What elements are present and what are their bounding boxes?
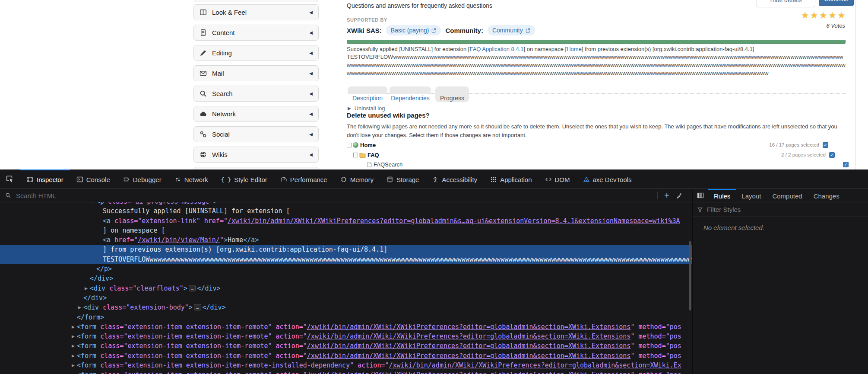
html-tree-line[interactable]: </div> (0, 274, 692, 283)
sidebar-item-network[interactable]: Network ◀ (193, 106, 319, 122)
devtools-tab-accessibility[interactable]: Accessibility (425, 169, 484, 189)
tab-dependencies[interactable]: Dependencies (390, 86, 431, 102)
code-token-link[interactable]: /xwiki/bin/admin/XWiki/XWikiPreferences?… (307, 332, 631, 340)
devtools-tab-dom[interactable]: DOM (539, 169, 577, 189)
eyedropper-button[interactable] (676, 192, 683, 199)
star-icon[interactable]: ★ (829, 11, 836, 20)
expand-arrow-icon[interactable]: ▶ (72, 322, 75, 332)
devtools-tab-inspector[interactable]: Inspector (20, 169, 70, 189)
star-rating[interactable]: ★★★★★ (801, 11, 845, 20)
devtools-tab-network[interactable]: Network (168, 169, 215, 189)
html-tree-line[interactable]: Successfully applied [UNINSTALL] for ext… (0, 206, 692, 216)
tab-cap (390, 86, 431, 94)
sidebar-item-look-feel[interactable]: Look & Feel ◀ (193, 4, 319, 20)
devtools-tab-console[interactable]: Console (70, 169, 117, 189)
sidebar-toggle-button[interactable] (693, 189, 708, 202)
code-token-link[interactable]: /xwiki/bin/view/Main/ (138, 236, 220, 244)
devtools-tab-memory[interactable]: Memory (334, 169, 380, 189)
page-checkbox[interactable]: ✓ (829, 152, 835, 158)
tab-cap (348, 86, 387, 94)
sidebar-tab-computed[interactable]: Computed (767, 189, 808, 202)
star-icon[interactable]: ★ (838, 11, 845, 20)
search-html-input[interactable] (15, 192, 653, 200)
html-tree-line[interactable]: <a class="extension-link" href="/xwiki/b… (0, 216, 692, 226)
continue-button[interactable]: Continue (819, 0, 854, 6)
job-progress-bar (347, 40, 846, 44)
uninstall-log-toggle[interactable]: ▶ Uninstall log (348, 105, 385, 112)
sidebar-tab-changes[interactable]: Changes (808, 189, 845, 202)
html-tree-line[interactable]: </form> (0, 313, 692, 322)
sidebar-tab-layout[interactable]: Layout (736, 189, 767, 202)
sidebar-item-social[interactable]: Social ◀ (193, 126, 319, 142)
html-tree-line[interactable]: TESTOVERFLOWwwwwwwwwwwwwwwwwwwwwwwwwwwww… (0, 255, 692, 264)
expand-arrow-icon[interactable]: ▶ (72, 361, 75, 370)
sidebar-item-partial-top[interactable] (193, 0, 319, 2)
expand-arrow-icon[interactable]: ▶ (72, 341, 75, 351)
code-token-link[interactable]: /xwiki/bin/admin/XWiki/XWikiPreferences?… (307, 342, 631, 350)
html-tree-line[interactable]: ] on namespace [ (0, 226, 692, 235)
html-tree-line[interactable]: ] from previous extension(s) [org.xwiki.… (0, 245, 692, 254)
page-checkbox[interactable]: ✓ (843, 162, 849, 167)
pick-element-button[interactable] (0, 169, 20, 189)
code-token-link[interactable]: /xwiki/bin/admin/XWiki/XWikiPreferences?… (307, 371, 631, 374)
inline-expander-icon[interactable]: … (189, 285, 196, 291)
code-token-tag: > (184, 284, 187, 292)
sidebar-item-search[interactable]: Search ◀ (193, 86, 319, 102)
expand-arrow-icon[interactable]: ▼ (91, 202, 95, 206)
star-icon[interactable]: ★ (820, 11, 827, 20)
html-tree-line[interactable]: ▶<form class="extension-item extension-i… (0, 322, 692, 332)
expand-arrow-icon[interactable]: ▶ (72, 332, 75, 341)
sidebar-item-editing[interactable]: Editing ◀ (193, 45, 319, 61)
collapse-minus-icon[interactable]: − (353, 153, 358, 157)
expand-arrow-icon[interactable]: ▶ (78, 303, 81, 312)
html-tree-line[interactable]: ▼<p class="ui-progress-message"> (0, 202, 692, 206)
chevron-left-icon: ◀ (309, 10, 313, 15)
hide-details-button[interactable]: Hide details (757, 0, 815, 7)
page-checkbox[interactable]: ✓ (823, 142, 828, 148)
filter-styles-placeholder: Filter Styles (707, 206, 741, 213)
html-tree-line[interactable]: </div> (0, 293, 692, 303)
inline-expander-icon[interactable]: … (194, 304, 201, 310)
code-token-link[interactable]: /xwiki/bin/admin/XWiki/XWikiPreferences?… (307, 352, 631, 360)
vendor-plan-link[interactable]: Basic (paying) (386, 25, 441, 35)
supported-by-heading: SUPPORTED BY (347, 17, 387, 22)
html-tree-line[interactable]: ▶<form class="extension-item extension-i… (0, 370, 692, 374)
star-icon[interactable]: ★ (801, 11, 809, 20)
sidebar-item-wikis[interactable]: Wikis ◀ (193, 147, 319, 163)
expand-arrow-icon[interactable]: ▶ (85, 284, 88, 293)
sidebar-tab-rules[interactable]: Rules (708, 189, 736, 202)
sidebar-item-mail[interactable]: Mail ◀ (193, 65, 319, 81)
expand-arrow-icon[interactable]: ▶ (72, 351, 75, 361)
html-tree-line[interactable]: </p> (0, 264, 692, 274)
html-tree-line[interactable]: <a href="/xwiki/bin/view/Main/">Home</a> (0, 235, 692, 245)
html-tree-line[interactable]: ▶<form class="extension-item extension-i… (0, 341, 692, 351)
html-tree-line[interactable]: ▶<form class="extension-item extension-i… (0, 351, 692, 361)
html-tree-line[interactable]: ▶<form class="extension-item extension-i… (0, 332, 692, 341)
add-node-button[interactable]: + (662, 192, 672, 199)
filter-styles-bar[interactable]: Filter Styles (693, 202, 868, 217)
code-token-link[interactable]: /xwiki/bin/admin/XWiki/XWikiPreferences?… (307, 323, 631, 331)
tab-progress[interactable]: Progress (435, 86, 469, 102)
tab-description[interactable]: Description (348, 86, 387, 102)
markup-scrollbar[interactable] (689, 241, 691, 310)
magnifier-icon (200, 90, 207, 97)
devtools-tab-storage[interactable]: Storage (380, 169, 426, 189)
html-tree-line[interactable]: ▶<div class="clearfloats">…</div> (0, 284, 692, 293)
expand-arrow-icon[interactable]: ▶ (72, 370, 75, 374)
collapse-minus-icon[interactable]: − (347, 143, 352, 147)
devtools-tab-application[interactable]: Application (484, 169, 538, 189)
devtools-tab-performance[interactable]: Performance (274, 169, 334, 189)
code-token-link[interactable]: /xwiki/bin/admin/XWiki/XWikiPreferences?… (389, 361, 681, 369)
grid-icon (490, 176, 497, 183)
devtools-tab-axe[interactable]: axe DevTools (577, 169, 638, 189)
code-token-link[interactable]: /xwiki/bin/admin/XWiki/XWikiPreferences?… (228, 217, 680, 225)
html-tree-line[interactable]: ▶<div class="extension-body">…</div> (0, 303, 692, 312)
community-link[interactable]: Community (488, 25, 535, 35)
extension-link[interactable]: FAQ Application 8.4.1 (469, 46, 523, 52)
sidebar-item-content[interactable]: Content ◀ (193, 25, 319, 41)
devtools-tab-debugger[interactable]: Debugger (117, 169, 168, 189)
star-icon[interactable]: ★ (811, 11, 818, 20)
html-tree-line[interactable]: ▶<form class="extension-item extension-i… (0, 361, 692, 370)
devtools-tab-style-editor[interactable]: { } Style Editor (215, 169, 274, 189)
namespace-link[interactable]: Home (567, 46, 582, 52)
